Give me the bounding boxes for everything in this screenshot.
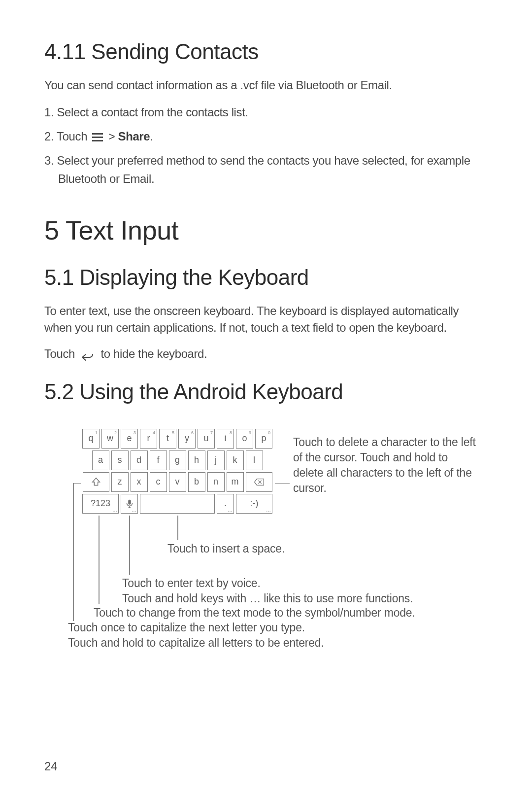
heading-4-11: 4.11 Sending Contacts: [44, 39, 488, 64]
key-o: o9: [236, 429, 253, 449]
annotation-shift: Touch once to capitalize the next letter…: [68, 620, 487, 651]
key-superscript: 6: [191, 430, 194, 435]
step-2-share: Share: [118, 130, 150, 143]
annotation-voice: Touch to enter text by voice. Touch and …: [122, 576, 487, 606]
key-e: e3: [121, 429, 138, 449]
step-2-post: .: [150, 130, 153, 143]
key-g: g: [169, 450, 186, 470]
leader-line: [129, 516, 130, 575]
key-s: s: [111, 450, 129, 470]
key-h: h: [188, 450, 205, 470]
space-key: [140, 494, 215, 514]
key-v: v: [169, 472, 186, 492]
key-y: y6: [178, 429, 196, 449]
paragraph-51-1: To enter text, use the onscreen keyboard…: [44, 303, 488, 337]
key-b: b: [188, 472, 205, 492]
key-l: l: [246, 450, 263, 470]
backspace-key: [246, 472, 272, 492]
key-superscript: 0: [268, 430, 270, 435]
keyboard-row-3: zxcvbnm: [79, 472, 276, 492]
leader-line: [73, 483, 81, 484]
leader-line: [99, 516, 100, 604]
period-key: .…: [217, 494, 234, 514]
key-superscript: 3: [133, 430, 136, 435]
key-superscript: 8: [230, 430, 232, 435]
key-dots: …: [132, 507, 136, 513]
smiley-key: :-)…: [236, 494, 272, 514]
annotation-space: Touch to insert a space.: [167, 541, 285, 556]
key-m: m: [227, 472, 244, 492]
key-u: u7: [198, 429, 215, 449]
annotation-mode: Touch to change from the text mode to th…: [94, 605, 488, 621]
mic-key: …: [121, 494, 138, 514]
key-superscript: 4: [153, 430, 155, 435]
period-key-label: .: [224, 498, 227, 509]
key-superscript: 7: [210, 430, 213, 435]
keyboard-row-4: ?123… … .… :-)…: [79, 494, 276, 514]
key-p: p0: [255, 429, 272, 449]
key-superscript: 1: [95, 430, 98, 435]
key-x: x: [131, 472, 148, 492]
key-t: t5: [159, 429, 176, 449]
key-i: i8: [217, 429, 234, 449]
step-2-mid: >: [105, 130, 118, 143]
heading-5-1: 5.1 Displaying the Keyboard: [44, 265, 488, 290]
svg-rect-0: [128, 500, 131, 505]
key-j: j: [207, 450, 225, 470]
key-k: k: [227, 450, 244, 470]
paragraph-411-intro: You can send contact information as a .v…: [44, 77, 488, 94]
key-r: r4: [140, 429, 157, 449]
key-superscript: 2: [114, 430, 117, 435]
annotation-delete: Touch to delete a character to the left …: [293, 435, 480, 496]
keyboard-row-1: q1w2e3r4t5y6u7i8o9p0: [79, 429, 276, 449]
key-a: a: [92, 450, 109, 470]
para51-pre: Touch: [44, 347, 78, 360]
onscreen-keyboard: q1w2e3r4t5y6u7i8o9p0 asdfghjkl zxcvbnm ?…: [79, 429, 276, 516]
key-dots: …: [112, 507, 117, 513]
para51-post: to hide the keyboard.: [98, 347, 207, 360]
step-3: 3. Select your preferred method to send …: [44, 151, 488, 188]
step-1: 1. Select a contact from the contacts li…: [44, 103, 488, 121]
mode-key-label: ?123: [91, 498, 110, 509]
heading-5: 5 Text Input: [44, 215, 488, 245]
key-superscript: 5: [172, 430, 174, 435]
key-n: n: [207, 472, 225, 492]
leader-line: [275, 483, 290, 484]
key-superscript: 9: [249, 430, 251, 435]
key-f: f: [150, 450, 167, 470]
key-c: c: [150, 472, 167, 492]
heading-5-2: 5.2 Using the Android Keyboard: [44, 380, 488, 404]
leader-line: [73, 483, 74, 621]
keyboard-row-2: asdfghjkl: [79, 450, 276, 470]
key-d: d: [131, 450, 148, 470]
key-q: q1: [82, 429, 100, 449]
key-dots: …: [228, 507, 232, 513]
keyboard-figure: q1w2e3r4t5y6u7i8o9p0 asdfghjkl zxcvbnm ?…: [44, 429, 488, 705]
steps-411: 1. Select a contact from the contacts li…: [44, 103, 488, 188]
leader-line: [177, 516, 178, 540]
step-2: 2. Touch > Share.: [44, 127, 488, 145]
key-z: z: [111, 472, 129, 492]
page-number: 24: [44, 760, 58, 773]
paragraph-51-2: Touch to hide the keyboard.: [44, 346, 488, 363]
menu-icon: [92, 133, 103, 142]
key-dots: …: [266, 507, 270, 513]
key-w: w2: [101, 429, 119, 449]
step-2-pre: 2. Touch: [44, 130, 90, 143]
shift-key: [83, 472, 109, 492]
smiley-key-label: :-): [250, 498, 259, 509]
back-icon: [81, 350, 95, 360]
mode-key: ?123…: [82, 494, 119, 514]
